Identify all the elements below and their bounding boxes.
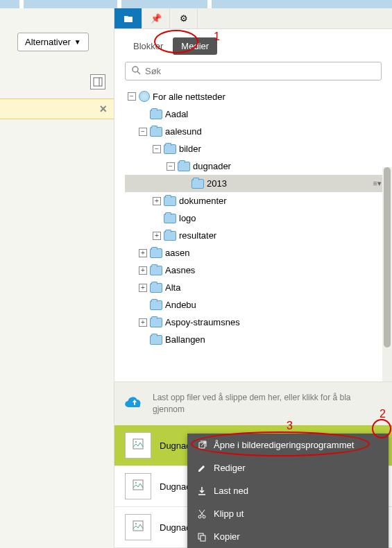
tree-item[interactable]: 2013≡▾ [125, 175, 389, 192]
tree-root[interactable]: − For alle nettsteder [125, 87, 389, 105]
menu-item-label: Last ned [214, 486, 248, 496]
file-name: Dugnad [160, 522, 191, 533]
options-label: Alternativer [25, 37, 71, 47]
chevron-down-icon: ▼ [74, 38, 81, 46]
broken-image-icon [133, 479, 144, 493]
tree-label: For alle nettsteder [153, 92, 225, 102]
pin-button[interactable]: 📌 [142, 8, 170, 28]
menu-item-copy[interactable]: Kopier [187, 525, 389, 548]
folder-icon [123, 14, 133, 24]
folder-icon [164, 231, 176, 241]
tree-item[interactable]: +dokumenter [125, 192, 389, 209]
folder-icon [150, 127, 162, 137]
menu-item-download[interactable]: Last ned [187, 479, 389, 502]
cut-icon [197, 509, 207, 519]
svg-rect-13 [201, 536, 205, 541]
tab-blocks[interactable]: Blokker [125, 37, 171, 55]
search-box[interactable] [125, 62, 382, 80]
tree-label: bilder [179, 144, 201, 154]
tree-item[interactable]: +Aasnes [125, 262, 389, 279]
tree-item[interactable]: Ballangen [125, 331, 389, 348]
tree-item[interactable]: −dugnader [125, 157, 389, 175]
folder-icon [164, 196, 176, 206]
folder-icon [150, 110, 162, 119]
layout-toggle-button[interactable] [90, 74, 105, 89]
svg-point-5 [135, 441, 137, 443]
notification-bar: × [0, 99, 114, 119]
svg-point-10 [198, 515, 201, 518]
tree-item[interactable]: −bilder [125, 140, 389, 157]
menu-item-edit[interactable]: Rediger [187, 456, 389, 479]
tree-item[interactable]: −aalesund [125, 123, 389, 140]
tabs-row: Blokker Medier [114, 29, 392, 55]
search-input[interactable] [145, 66, 375, 76]
collapse-icon[interactable]: − [167, 162, 175, 171]
file-thumbnail [125, 473, 151, 499]
menu-item-label: Klipp ut [214, 508, 244, 519]
collapse-icon[interactable]: − [139, 128, 147, 136]
collapse-icon[interactable]: − [128, 92, 136, 101]
options-dropdown[interactable]: Alternativer ▼ [17, 33, 89, 51]
folder-tree: − For alle nettsteder Aadal−aalesund−bil… [114, 87, 392, 382]
gear-icon: ⚙ [180, 13, 188, 24]
open-icon [197, 440, 207, 450]
tree-label: Andebu [165, 300, 196, 310]
globe-icon [139, 91, 150, 102]
menu-item-label: Åpne i bilderedigeringsprogrammet [214, 440, 354, 450]
scrollbar-thumb[interactable] [384, 167, 391, 348]
copy-icon [197, 532, 207, 542]
tree-item[interactable]: Aadal [125, 105, 389, 123]
tree-label: Aasnes [165, 265, 195, 275]
tab-media[interactable]: Medier [173, 37, 217, 55]
file-name: Dugnad [160, 440, 191, 451]
folder-icon [150, 318, 162, 327]
menu-item-open[interactable]: Åpne i bilderedigeringsprogrammet [187, 434, 389, 456]
expand-icon[interactable]: + [139, 284, 147, 292]
svg-point-7 [135, 482, 137, 483]
file-name: Dugnad [160, 481, 191, 492]
context-menu: Åpne i bilderedigeringsprogrammetRediger… [187, 434, 389, 548]
expand-icon[interactable]: + [153, 197, 161, 205]
tree-label: resultater [179, 230, 216, 241]
file-thumbnail [125, 514, 151, 540]
folder-icon [150, 300, 162, 310]
tree-item[interactable]: logo [125, 209, 389, 227]
tree-label: Ballangen [165, 334, 205, 345]
svg-line-3 [137, 71, 140, 74]
collapse-icon[interactable]: − [153, 145, 161, 153]
scrollbar[interactable] [382, 167, 392, 382]
svg-rect-0 [94, 78, 102, 86]
pin-icon: 📌 [151, 13, 162, 24]
tree-item[interactable]: Andebu [125, 296, 389, 314]
tree-label: aasen [165, 248, 189, 258]
panel-header: 📌 ⚙ [114, 8, 392, 29]
menu-item-label: Kopier [214, 531, 240, 542]
svg-point-11 [203, 515, 205, 518]
tree-item[interactable]: +Alta [125, 279, 389, 296]
tree-item[interactable]: +Aspoy-straumsnes [125, 314, 389, 331]
expand-icon[interactable]: + [139, 318, 147, 327]
panel-icon [93, 77, 103, 87]
expand-icon[interactable]: + [139, 249, 147, 257]
tree-label: Alta [165, 282, 180, 293]
svg-point-9 [135, 523, 137, 524]
expand-icon[interactable]: + [153, 232, 161, 240]
folder-icon [150, 248, 162, 258]
folder-icon [178, 162, 190, 171]
pages-tab-button[interactable] [114, 8, 142, 28]
expand-icon[interactable]: + [139, 266, 147, 275]
folder-icon [150, 266, 162, 275]
tree-label: dokumenter [179, 196, 227, 206]
left-column: Alternativer ▼ × [0, 8, 114, 548]
broken-image-icon [133, 438, 144, 452]
tree-item[interactable]: +aasen [125, 244, 389, 262]
upload-dropzone[interactable]: Last opp filer ved å slippe dem her, ell… [114, 382, 392, 425]
tree-label: Aadal [165, 109, 188, 119]
window-titlebar [0, 0, 392, 8]
close-icon[interactable]: × [99, 102, 107, 117]
settings-button[interactable]: ⚙ [170, 8, 198, 28]
tree-label: aalesund [165, 126, 202, 137]
search-icon [131, 65, 141, 77]
tree-item[interactable]: +resultater [125, 227, 389, 244]
menu-item-cut[interactable]: Klipp ut [187, 502, 389, 525]
